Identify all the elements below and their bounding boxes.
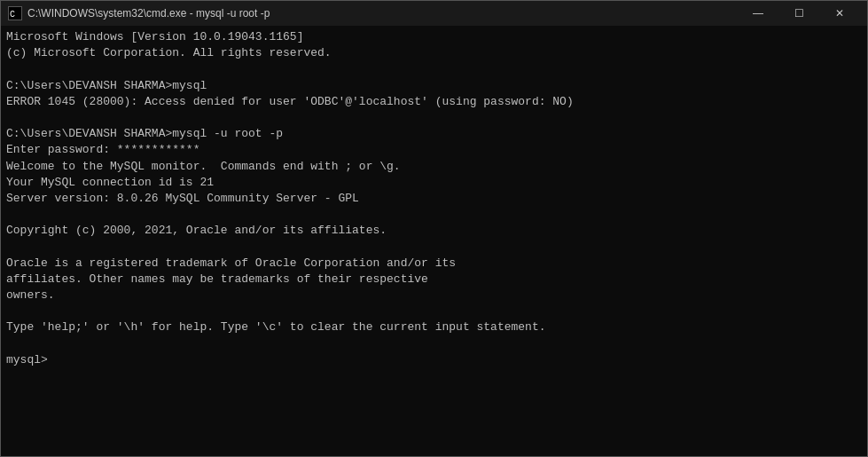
terminal-line [6, 61, 862, 77]
terminal-line [6, 239, 862, 255]
cmd-icon: C [8, 6, 22, 20]
terminal-line: C:\Users\DEVANSH SHARMA>mysql [6, 78, 862, 94]
terminal-line: Oracle is a registered trademark of Orac… [6, 256, 862, 272]
close-button[interactable]: ✕ [819, 1, 860, 26]
terminal-line: C:\Users\DEVANSH SHARMA>mysql -u root -p [6, 126, 862, 142]
terminal-line: ERROR 1045 (28000): Access denied for us… [6, 94, 862, 110]
minimize-button[interactable]: — [738, 1, 778, 26]
window-title: C:\WINDOWS\system32\cmd.exe - mysql -u r… [27, 7, 270, 20]
title-bar: C C:\WINDOWS\system32\cmd.exe - mysql -u… [1, 1, 867, 26]
window-controls: — ☐ ✕ [738, 1, 860, 26]
terminal-line: owners. [6, 288, 862, 303]
terminal-line: affiliates. Other names may be trademark… [6, 272, 862, 288]
terminal-line: Your MySQL connection id is 21 [6, 175, 862, 191]
terminal-line: Server version: 8.0.26 MySQL Community S… [6, 191, 862, 207]
terminal-line [6, 303, 862, 319]
terminal-line: (c) Microsoft Corporation. All rights re… [6, 45, 862, 61]
terminal-line: Copyright (c) 2000, 2021, Oracle and/or … [6, 223, 862, 239]
terminal-line [6, 110, 862, 126]
terminal-line: Type 'help;' or '\h' for help. Type '\c'… [6, 319, 862, 335]
terminal-line: mysql> [6, 352, 862, 368]
title-bar-left: C C:\WINDOWS\system32\cmd.exe - mysql -u… [8, 6, 270, 20]
terminal-body[interactable]: Microsoft Windows [Version 10.0.19043.11… [1, 26, 867, 456]
maximize-button[interactable]: ☐ [778, 1, 819, 26]
cmd-window: C C:\WINDOWS\system32\cmd.exe - mysql -u… [0, 0, 868, 457]
terminal-line: Enter password: ************ [6, 142, 862, 158]
terminal-line: Microsoft Windows [Version 10.0.19043.11… [6, 29, 862, 45]
terminal-line: Welcome to the MySQL monitor. Commands e… [6, 159, 862, 175]
terminal-line [6, 207, 862, 223]
svg-text:C: C [10, 10, 15, 20]
terminal-line [6, 336, 862, 352]
